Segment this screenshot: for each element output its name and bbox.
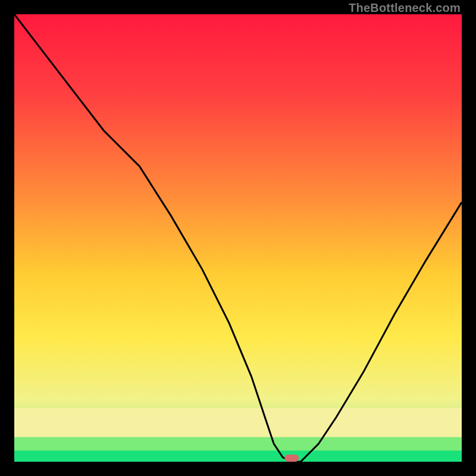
threshold-zones (14, 408, 462, 462)
zone-pale-yellow (14, 408, 462, 437)
gradient-background (14, 14, 462, 462)
optimal-point-marker (284, 455, 299, 462)
zone-light-green (14, 437, 462, 451)
zone-green (14, 450, 462, 462)
chart-frame (14, 14, 462, 462)
chart-svg (14, 14, 462, 462)
watermark-text: TheBottleneck.com (349, 1, 461, 15)
